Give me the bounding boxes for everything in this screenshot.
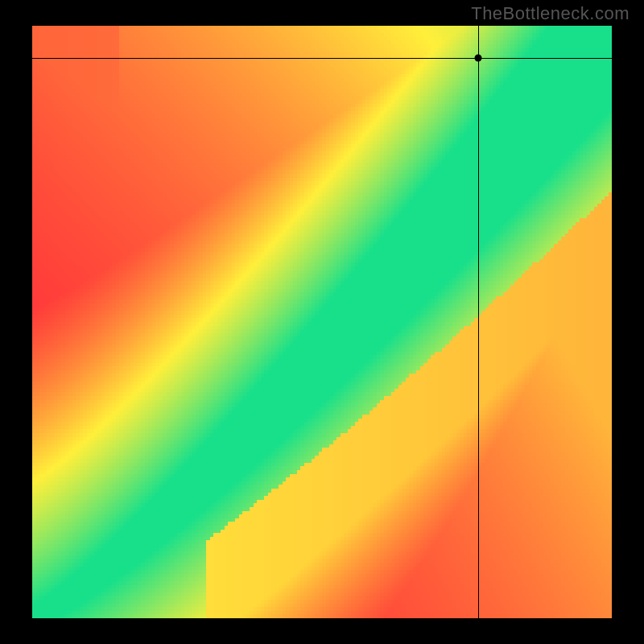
heatmap-plot [32, 26, 612, 618]
crosshair-vertical [478, 26, 479, 618]
watermark-text: TheBottleneck.com [471, 3, 630, 24]
heatmap-canvas [32, 26, 612, 618]
marker-dot [475, 55, 482, 62]
crosshair-horizontal [32, 58, 612, 59]
chart-frame: TheBottleneck.com [0, 0, 644, 644]
